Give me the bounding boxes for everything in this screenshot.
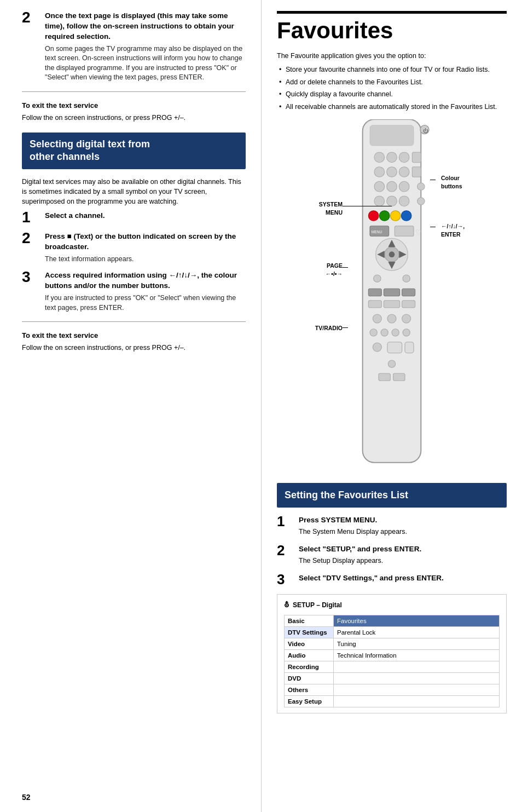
- table-row: Basic Favourites: [285, 615, 500, 626]
- svg-point-22: [390, 211, 401, 221]
- step-2-press-normal: The text information appears.: [45, 255, 246, 264]
- svg-point-18: [399, 196, 409, 206]
- setup-left-cell: Recording: [285, 661, 334, 673]
- step-3-access-content: Access required information using ←/↑/↓/…: [45, 270, 246, 313]
- step-1-select-number: 1: [22, 210, 42, 225]
- selecting-digital-text-section: Selecting digital text from other channe…: [22, 133, 246, 169]
- setup-right-cell: [334, 684, 500, 696]
- step-2-press-number: 2: [22, 231, 42, 246]
- step-3-access-bold: Access required information using ←/↑/↓/…: [45, 270, 246, 291]
- step-2-top-bold: Once the text page is displayed (this ma…: [45, 11, 246, 42]
- svg-point-23: [401, 211, 411, 221]
- svg-point-12: [374, 182, 385, 192]
- svg-point-50: [373, 343, 381, 352]
- svg-rect-42: [402, 301, 415, 308]
- setup-box: ⛢ SETUP – Digital Basic Favourites DTV S…: [277, 594, 507, 713]
- label-colour-buttons: Colourbuttons: [441, 174, 490, 190]
- svg-point-8: [374, 167, 385, 177]
- setup-right-cell: [334, 661, 500, 673]
- svg-point-46: [370, 329, 377, 336]
- svg-point-53: [388, 360, 395, 367]
- step-2-press-content: Press ■ (Text) or the button indicated o…: [45, 232, 246, 264]
- label-page: PAGE←•/•→: [304, 262, 343, 278]
- left-column: 2 Once the text page is displayed (this …: [0, 0, 262, 812]
- svg-point-10: [399, 167, 409, 177]
- table-row: DTV Settings Parental Lock: [285, 626, 500, 638]
- selecting-digital-text-title: Selecting digital text from other channe…: [30, 138, 238, 164]
- svg-rect-25: [395, 226, 414, 237]
- right-step-2: 2 Select "SETUP," and press ENTER. The S…: [277, 544, 507, 566]
- right-step-1: 1 Press SYSTEM MENU. The System Menu Dis…: [277, 515, 507, 537]
- svg-rect-38: [384, 289, 399, 296]
- svg-text:MENU: MENU: [372, 230, 382, 234]
- step-1-select-content: Select a channel.: [45, 211, 246, 223]
- svg-point-47: [381, 329, 388, 336]
- setup-right-cell-highlight: Favourites: [334, 615, 500, 626]
- table-row: Easy Setup: [285, 696, 500, 707]
- svg-point-35: [374, 275, 381, 282]
- setup-left-cell-selected: DTV Settings: [285, 626, 334, 638]
- svg-point-44: [387, 314, 396, 323]
- step-2-top-content: Once the text page is displayed (this ma…: [45, 11, 246, 83]
- setup-left-cell: Others: [285, 684, 334, 696]
- right-step-1-content: Press SYSTEM MENU. The System Menu Displ…: [299, 515, 507, 537]
- table-row: DVD: [285, 673, 500, 684]
- right-step-2-bold: Select "SETUP," and press ENTER.: [299, 544, 507, 555]
- svg-point-21: [379, 211, 390, 221]
- svg-point-13: [387, 182, 397, 192]
- svg-point-16: [374, 196, 385, 206]
- step-3-access-normal: If you are instructed to press "OK" or "…: [45, 293, 246, 313]
- right-step-3-content: Select "DTV Settings," and press ENTER.: [299, 573, 507, 585]
- exit-2-heading: To exit the text service: [22, 331, 246, 341]
- step-2-press: 2 Press ■ (Text) or the button indicated…: [22, 232, 246, 264]
- svg-rect-51: [387, 342, 402, 353]
- svg-rect-11: [412, 167, 421, 177]
- svg-point-15: [417, 183, 425, 190]
- setup-left-cell: Easy Setup: [285, 696, 334, 707]
- svg-rect-40: [368, 301, 381, 308]
- setup-right-cell: Parental Lock: [334, 626, 500, 638]
- setup-left-cell: Video: [285, 638, 334, 649]
- right-step-2-sub: The Setup Display appears.: [299, 556, 507, 566]
- step-3-access: 3 Access required information using ←/↑/…: [22, 270, 246, 313]
- step-1-select-bold: Select a channel.: [45, 211, 246, 221]
- setup-icon: ⛢: [284, 600, 289, 610]
- setup-left-cell: DVD: [285, 673, 334, 684]
- exit-1-heading: To exit the text service: [22, 101, 246, 111]
- remote-wrap: SYSTEMMENU PAGE←•/•→ TV/RADIO Colourbutt…: [348, 119, 436, 473]
- label-tv-radio: TV/RADIO: [304, 324, 343, 332]
- divider-2: [22, 321, 246, 322]
- arrow-page: [343, 267, 348, 268]
- fav-bullet-3: Quickly display a favourite channel.: [277, 90, 507, 100]
- svg-rect-37: [368, 289, 381, 296]
- setup-header: ⛢ SETUP – Digital: [284, 600, 500, 610]
- fav-bullet-list: Store your favourite channels into one o…: [277, 65, 507, 112]
- right-step-3-bold: Select "DTV Settings," and press ENTER.: [299, 573, 507, 584]
- svg-point-34: [389, 252, 395, 258]
- svg-point-20: [368, 211, 379, 221]
- step-2-press-bold: Press ■ (Text) or the button indicated o…: [45, 232, 246, 252]
- arrow-colour: [430, 180, 436, 180]
- svg-point-36: [403, 275, 410, 282]
- svg-rect-41: [384, 301, 399, 308]
- table-row: Recording: [285, 661, 500, 673]
- setup-right-cell: [334, 696, 500, 707]
- svg-point-5: [387, 152, 397, 163]
- arrow-system-menu: [343, 206, 392, 206]
- fav-list-title: Setting the Favourites List: [285, 488, 499, 502]
- fav-bullet-4: All receivable channels are automaticall…: [277, 102, 507, 112]
- setup-left-cell: Basic: [285, 615, 334, 626]
- right-step-3-num: 3: [277, 572, 295, 586]
- svg-point-49: [403, 329, 410, 336]
- fav-list-section-box: Setting the Favourites List: [277, 483, 507, 508]
- exit-2-text: Follow the on screen instructions, or pr…: [22, 343, 246, 353]
- svg-point-14: [399, 182, 409, 192]
- arrow-tv-radio: [343, 327, 348, 328]
- setup-right-cell: [334, 673, 500, 684]
- arrow-enter: [430, 227, 436, 227]
- svg-rect-55: [393, 373, 405, 381]
- right-step-1-bold: Press SYSTEM MENU.: [299, 515, 507, 526]
- remote-illustration: SYSTEMMENU PAGE←•/•→ TV/RADIO Colourbutt…: [277, 119, 507, 473]
- svg-rect-54: [379, 373, 390, 381]
- exit-1-text: Follow the on screen instructions, or pr…: [22, 113, 246, 123]
